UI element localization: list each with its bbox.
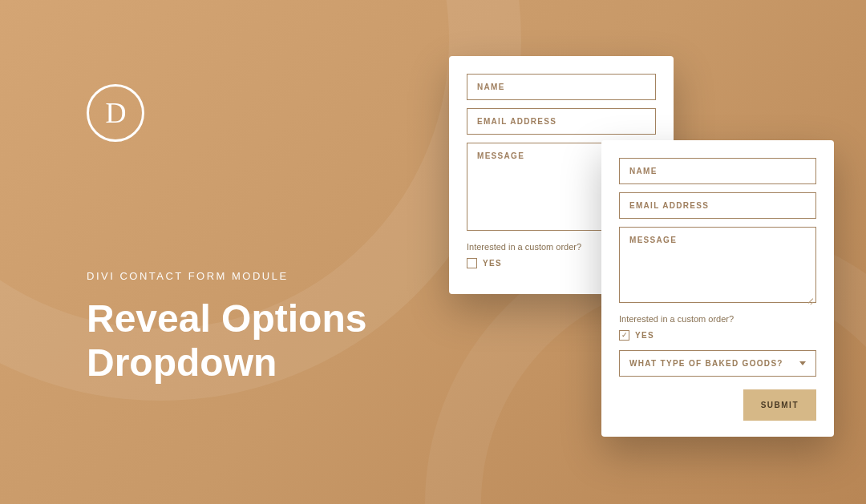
submit-row: SUBMIT: [619, 389, 816, 421]
name-input[interactable]: [467, 74, 656, 100]
submit-button[interactable]: SUBMIT: [743, 389, 816, 421]
divi-logo-letter: D: [106, 96, 126, 130]
message-textarea[interactable]: [619, 227, 816, 303]
email-input[interactable]: [467, 108, 656, 135]
stage: D DIVI CONTACT FORM MODULE Reveal Option…: [0, 0, 866, 504]
baked-goods-select[interactable]: WHAT TYPE OF BAKED GOODS?: [619, 350, 816, 377]
select-label: WHAT TYPE OF BAKED GOODS?: [629, 359, 783, 368]
name-input[interactable]: [619, 158, 816, 184]
headline: Reveal Options Dropdown: [87, 296, 366, 385]
eyebrow-text: DIVI CONTACT FORM MODULE: [87, 270, 366, 282]
divi-logo-icon: D: [87, 84, 144, 142]
checkbox-unchecked-icon[interactable]: [467, 258, 477, 268]
contact-form-card-expanded: Interested in a custom order? ✓ YES WHAT…: [601, 140, 834, 437]
yes-checkbox-row[interactable]: ✓ YES: [619, 330, 816, 341]
custom-order-question: Interested in a custom order?: [619, 314, 816, 324]
yes-label: YES: [635, 331, 654, 340]
headline-line-2: Dropdown: [87, 341, 277, 384]
left-column: D DIVI CONTACT FORM MODULE Reveal Option…: [87, 84, 366, 385]
headline-line-1: Reveal Options: [87, 297, 366, 340]
chevron-down-icon: [799, 361, 806, 365]
email-input[interactable]: [619, 192, 816, 219]
checkbox-checked-icon[interactable]: ✓: [619, 330, 629, 341]
yes-label: YES: [483, 259, 502, 268]
